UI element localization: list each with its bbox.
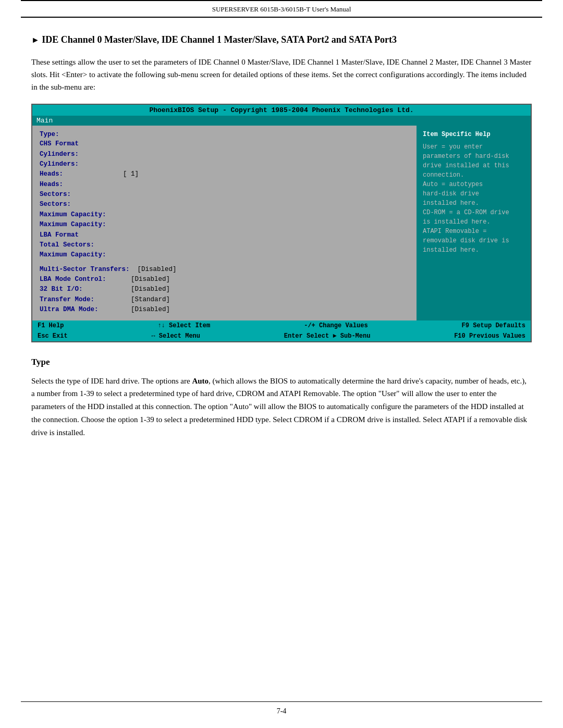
bios-cylinders-1: Cylinders:	[40, 150, 409, 159]
bios-type-label: Type:	[40, 131, 409, 138]
bios-f1-help: F1 Help	[38, 322, 64, 329]
bios-lbamode-row: LBA Mode Control: [Disabled]	[40, 275, 409, 285]
bios-ultradma-label: Ultra DMA Mode:	[40, 305, 123, 315]
bottom-divider	[21, 701, 542, 702]
bios-total-sectors: Total Sectors:	[40, 240, 409, 250]
bios-chs-format: CHS Format	[40, 139, 409, 149]
bios-footer-row1: F1 Help ↑↓ Select Item -/+ Change Values…	[32, 320, 531, 331]
page-header: SUPERSERVER 6015B-3/6015B-T User's Manua…	[212, 5, 351, 14]
bios-transfer-value: [Standard]	[123, 295, 170, 305]
section-heading: ► IDE Channel 0 Master/Slave, IDE Channe…	[31, 33, 532, 46]
bios-ultradma-row: Ultra DMA Mode: [Disabled]	[40, 305, 409, 315]
bios-screenshot: PhoenixBIOS Setup - Copyright 1985-2004 …	[31, 104, 532, 342]
bios-left-panel: Type: CHS Format Cylinders: Cylinders: H…	[32, 126, 416, 320]
bios-transfer-label: Transfer Mode:	[40, 295, 123, 305]
bios-maxcap-2: Maximum Capacity:	[40, 220, 409, 230]
bios-esc-exit: Esc Exit	[38, 332, 68, 340]
bios-sectors-1: Sectors:	[40, 190, 409, 200]
bios-32bit-label: 32 Bit I/O:	[40, 285, 123, 294]
bios-heads-2: Heads:	[40, 180, 409, 190]
type-subsection-title: Type	[31, 357, 532, 367]
bios-heads-row: Heads: [ 1]	[40, 169, 409, 179]
bios-heads-label: Heads:	[40, 169, 123, 179]
bios-help-title: Item Specific Help	[423, 131, 524, 138]
bios-cylinders-2: Cylinders:	[40, 159, 409, 169]
bios-sectors-2: Sectors:	[40, 200, 409, 209]
section-intro: These settings allow the user to set the…	[31, 56, 532, 93]
arrow-icon: ►	[31, 35, 40, 44]
bios-change-values: -/+ Change Values	[304, 322, 368, 329]
bios-lbamode-label: LBA Mode Control:	[40, 275, 123, 285]
bios-lbamode-value: [Disabled]	[123, 275, 170, 285]
bios-transfer-row: Transfer Mode: [Standard]	[40, 295, 409, 305]
bios-select-item: ↑↓ Select Item	[157, 322, 210, 329]
bios-help-text: User = you enter parameters of hard-disk…	[423, 142, 524, 255]
bios-f9-defaults: F9 Setup Defaults	[462, 322, 525, 329]
bios-enter-submenu: Enter Select ► Sub-Menu	[284, 332, 371, 340]
bios-menu-bar: Main	[32, 116, 531, 126]
bios-multisector-label: Multi-Sector Transfers:	[40, 265, 130, 275]
bios-title-bar: PhoenixBIOS Setup - Copyright 1985-2004 …	[32, 105, 531, 116]
bios-32bit-row: 32 Bit I/O: [Disabled]	[40, 285, 409, 294]
bios-maxcap-3: Maximum Capacity:	[40, 250, 409, 260]
bios-heads-value: [ 1]	[123, 169, 139, 179]
bios-maxcap-1: Maximum Capacity:	[40, 210, 409, 220]
bios-footer-row2: Esc Exit ↔ Select Menu Enter Select ► Su…	[32, 331, 531, 341]
bios-f10-prev: F10 Previous Values	[454, 332, 525, 340]
bios-multisector-row: Multi-Sector Transfers: [Disabled]	[40, 265, 409, 275]
bios-32bit-value: [Disabled]	[123, 285, 170, 294]
bios-multisector-value: [Disabled]	[130, 265, 177, 275]
bios-lba-format: LBA Format	[40, 230, 409, 240]
page-number: 7-4	[0, 707, 563, 715]
type-subsection-body: Selects the type of IDE hard drive. The …	[31, 375, 532, 439]
bios-select-menu: ↔ Select Menu	[151, 332, 200, 340]
bios-help-panel: Item Specific Help User = you enter para…	[416, 126, 531, 320]
auto-bold: Auto	[192, 377, 209, 385]
bios-ultradma-value: [Disabled]	[123, 305, 170, 315]
